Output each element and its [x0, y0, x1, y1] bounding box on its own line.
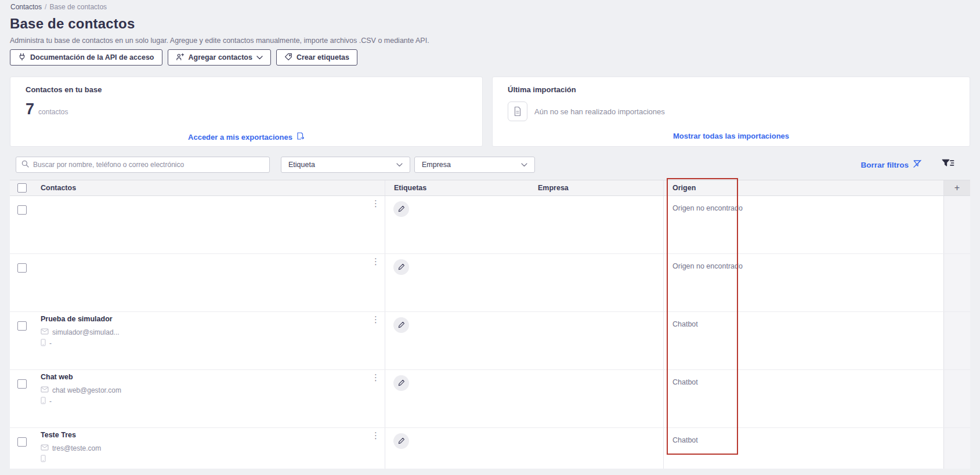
- edit-tags-button[interactable]: [393, 433, 409, 449]
- row-menu-icon[interactable]: ⋮: [370, 431, 382, 440]
- contact-name: Teste Tres: [41, 431, 385, 440]
- pencil-icon: [397, 378, 405, 389]
- select-all-checkbox[interactable]: [17, 183, 27, 193]
- pencil-icon: [397, 262, 405, 273]
- breadcrumb: Contactos/Base de contactos: [10, 3, 107, 11]
- person-add-icon: [176, 53, 185, 63]
- contact-phone: -: [49, 339, 52, 347]
- search-icon: [21, 159, 29, 170]
- exports-link[interactable]: Acceder a mis exportaciones: [10, 132, 482, 142]
- plug-icon: [18, 53, 26, 63]
- breadcrumb-separator: /: [45, 3, 46, 11]
- search-box: [16, 157, 270, 173]
- file-icon: [508, 101, 527, 121]
- chevron-down-icon: [521, 161, 527, 169]
- tag-icon: [284, 53, 292, 63]
- chevron-down-icon: [256, 53, 263, 61]
- origin-value: Origen no encontrado: [664, 254, 943, 270]
- row-checkbox[interactable]: [17, 321, 27, 331]
- summary-cards: Contactos en tu base 7 contactos Acceder…: [10, 77, 970, 147]
- contact-email: simulador@simulad...: [52, 328, 120, 336]
- imports-empty-state: Aún no se han realizado importaciones: [508, 101, 665, 121]
- contacts-count-number: 7: [26, 100, 34, 118]
- origin-value: Origen no encontrado: [664, 196, 943, 212]
- row-menu-icon[interactable]: ⋮: [370, 199, 382, 208]
- phone-icon: [41, 339, 46, 348]
- api-docs-button-label: Documentación de la API de acceso: [30, 53, 154, 61]
- tag-filter-select[interactable]: Etiqueta: [281, 157, 410, 173]
- row-checkbox[interactable]: [17, 263, 27, 273]
- contacts-count: 7 contactos: [26, 100, 68, 118]
- search-input[interactable]: [33, 161, 264, 169]
- exports-link-label: Acceder a mis exportaciones: [188, 133, 292, 142]
- add-contacts-button-label: Agregar contactos: [189, 53, 252, 61]
- phone-icon: [41, 397, 46, 406]
- contacts-card-title: Contactos en tu base: [26, 85, 102, 94]
- row-checkbox[interactable]: [17, 437, 27, 447]
- pencil-icon: [397, 320, 405, 331]
- company-cell: [537, 370, 663, 427]
- table-row: Chat web chat web@gestor.com - ⋮: [10, 370, 970, 428]
- row-menu-icon[interactable]: ⋮: [370, 315, 382, 324]
- row-menu-icon[interactable]: ⋮: [370, 257, 382, 266]
- edit-tags-button[interactable]: [393, 375, 409, 391]
- mail-icon: [41, 386, 49, 394]
- contact-name: Prueba de simulador: [41, 315, 385, 324]
- contact-phone: -: [49, 397, 52, 405]
- table-row: ⋮ Origen no encontrado: [10, 196, 970, 254]
- origin-value: Chatbot: [664, 312, 943, 328]
- company-cell: [537, 254, 663, 311]
- pencil-icon: [397, 204, 405, 215]
- filter-menu-icon[interactable]: [942, 159, 954, 171]
- mail-icon: [41, 444, 49, 452]
- edit-tags-button[interactable]: [393, 201, 409, 217]
- tag-filter-label: Etiqueta: [288, 161, 315, 169]
- row-checkbox[interactable]: [17, 379, 27, 389]
- clear-filters-label: Borrar filtros: [860, 161, 909, 169]
- origin-value: Chatbot: [664, 428, 943, 444]
- company-cell: [537, 428, 663, 469]
- clear-filters-link[interactable]: Borrar filtros: [860, 159, 922, 170]
- company-cell: [537, 312, 663, 369]
- imports-empty-message: Aún no se han realizado importaciones: [534, 107, 665, 116]
- company-filter-label: Empresa: [422, 161, 451, 169]
- show-imports-link-label: Mostrar todas las importaciones: [673, 132, 789, 140]
- contact-email: chat web@gestor.com: [52, 386, 121, 394]
- column-header-contacts: Contactos: [35, 180, 385, 195]
- table-header: Contactos Etiquetas Empresa Origen +: [10, 180, 970, 196]
- company-filter-select[interactable]: Empresa: [414, 157, 535, 173]
- column-header-empresa: Empresa: [537, 180, 663, 195]
- table-row: Teste Tres tres@teste.com ⋮: [10, 428, 970, 469]
- create-tags-button[interactable]: Crear etiquetas: [276, 49, 357, 66]
- breadcrumb-contactos[interactable]: Contactos: [10, 3, 42, 11]
- export-icon: [296, 132, 305, 142]
- page-subtitle: Administra tu base de contactos en un so…: [10, 37, 429, 45]
- column-header-origen: Origen: [663, 180, 943, 195]
- table-row: Prueba de simulador simulador@simulad...…: [10, 312, 970, 370]
- filter-bar: Etiqueta Empresa Borrar filtros: [0, 157, 980, 173]
- table-row: ⋮ Origen no encontrado: [10, 254, 970, 312]
- filter-off-icon: [913, 159, 922, 170]
- header-checkbox-cell: [10, 180, 35, 195]
- show-imports-link[interactable]: Mostrar todas las importaciones: [493, 132, 970, 140]
- row-checkbox[interactable]: [17, 205, 27, 215]
- page-title: Base de contactos: [10, 16, 135, 32]
- imports-card-title: Última importación: [508, 85, 576, 94]
- contacts-page: Contactos/Base de contactos Base de cont…: [0, 0, 980, 475]
- contact-email: tres@teste.com: [52, 444, 101, 452]
- create-tags-button-label: Crear etiquetas: [296, 53, 349, 61]
- row-menu-icon[interactable]: ⋮: [370, 373, 382, 382]
- company-cell: [537, 196, 663, 253]
- contacts-table: Contactos Etiquetas Empresa Origen + ⋮: [10, 180, 970, 469]
- edit-tags-button[interactable]: [393, 259, 409, 275]
- toolbar: Documentación de la API de acceso Agrega…: [10, 49, 357, 66]
- breadcrumb-base-de-contactos: Base de contactos: [49, 3, 107, 11]
- mail-icon: [41, 328, 49, 336]
- add-contacts-button[interactable]: Agregar contactos: [168, 49, 271, 66]
- api-docs-button[interactable]: Documentación de la API de acceso: [10, 49, 162, 66]
- phone-icon: [41, 455, 46, 464]
- add-column-button[interactable]: +: [943, 180, 970, 195]
- origin-value: Chatbot: [664, 370, 943, 386]
- contact-name: Chat web: [41, 373, 385, 382]
- edit-tags-button[interactable]: [393, 317, 409, 333]
